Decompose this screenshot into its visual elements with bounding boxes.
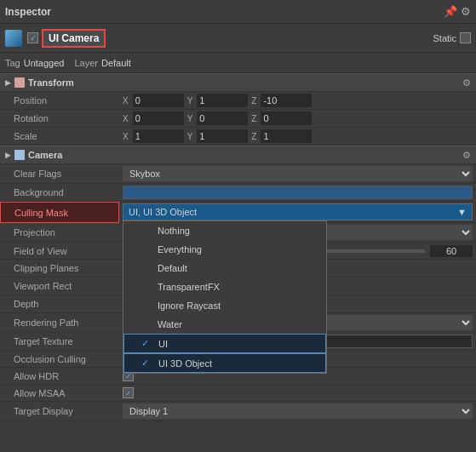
clear-flags-value: Skybox [119, 164, 476, 184]
culling-mask-label: Culling Mask [0, 202, 119, 223]
rz-label: Z [251, 114, 256, 123]
ui-label: UI [158, 339, 168, 349]
header-icons: 📌 ⚙ [444, 5, 471, 18]
dropdown-item-default[interactable]: Default [123, 259, 326, 277]
fov-number[interactable]: 60 [430, 245, 473, 257]
z-label: Z [251, 96, 256, 106]
object-header: UI Camera Static [0, 24, 476, 53]
transform-icon [14, 77, 25, 88]
depth-label: Depth [0, 295, 119, 313]
tag-value[interactable]: Untagged [24, 58, 65, 68]
tag-label: Tag [5, 58, 20, 68]
rot-x-input[interactable] [133, 112, 184, 125]
target-label: Target Texture [0, 333, 119, 351]
inspector-panel: Inspector 📌 ⚙ UI Camera Static Tag Untag… [0, 0, 476, 452]
camera-prop-grid: Clear Flags Skybox Background Culling Ma… [0, 164, 476, 421]
ry-label: Y [187, 114, 193, 123]
msaa-checkbox[interactable] [123, 387, 134, 398]
viewport-label: Viewport Rect [0, 277, 119, 295]
msaa-value [119, 385, 476, 402]
dropdown-item-nothing[interactable]: Nothing [123, 221, 326, 240]
sc-z-input[interactable] [261, 129, 312, 143]
msaa-label: Allow MSAA [0, 385, 119, 402]
dropdown-item-ui[interactable]: ✓ UI [123, 334, 326, 353]
object-name[interactable]: UI Camera [42, 29, 106, 48]
layer-label: Layer [74, 58, 98, 68]
dropdown-item-ui3d[interactable]: ✓ UI 3D Object [123, 353, 326, 373]
transform-props: Position X Y Z Rotation X Y Z Scale [0, 92, 476, 146]
transform-arrow[interactable]: ▶ [5, 78, 11, 87]
camera-settings[interactable]: ⚙ [462, 150, 471, 161]
camera-title: Camera [28, 150, 62, 160]
position-label: Position [0, 92, 119, 110]
sc-y-input[interactable] [197, 129, 248, 143]
check-ui3d: ✓ [141, 358, 155, 369]
inspector-title: Inspector [5, 6, 51, 18]
layer-value[interactable]: Default [101, 58, 131, 68]
dropdown-item-water[interactable]: Water [123, 315, 326, 334]
default-label: Default [158, 263, 187, 273]
dropdown-item-ignore[interactable]: Ignore Raycast [123, 296, 326, 315]
ui3d-label: UI 3D Object [158, 358, 212, 369]
display-label: Target Display [0, 402, 119, 421]
rot-y-input[interactable] [197, 112, 248, 125]
dropdown-item-everything[interactable]: Everything [123, 240, 326, 259]
transform-section-header: ▶ Transform ⚙ [0, 73, 476, 92]
background-label: Background [0, 184, 119, 202]
static-checkbox[interactable] [460, 32, 471, 43]
tag-layer-row: Tag Untagged Layer Default [0, 53, 476, 73]
culling-mask-menu: Nothing Everything Default Trans [123, 220, 327, 374]
nothing-label: Nothing [158, 226, 190, 236]
clipping-label: Clipping Planes [0, 260, 119, 277]
pos-y-input[interactable] [197, 94, 248, 107]
water-label: Water [158, 319, 182, 329]
fov-label: Field of View [0, 243, 119, 260]
rx-label: X [123, 114, 129, 123]
clear-flags-label: Clear Flags [0, 164, 119, 184]
transform-settings[interactable]: ⚙ [462, 77, 471, 89]
inspector-header: Inspector 📌 ⚙ [0, 0, 476, 24]
display-value: Display 1 [119, 402, 476, 421]
pin-icon[interactable]: 📌 [444, 5, 457, 18]
sz-label: Z [251, 132, 256, 141]
rot-z-input[interactable] [261, 112, 312, 125]
rendering-label: Rendering Path [0, 313, 119, 333]
camera-section-header: ▶ Camera ⚙ [0, 146, 476, 164]
y-label: Y [187, 96, 193, 106]
dropdown-item-transparent[interactable]: TransparentFX [123, 277, 326, 296]
transform-title: Transform [28, 77, 74, 88]
sy-label: Y [187, 132, 193, 141]
camera-props-wrap: UIとUI 3D Object のみチェック Clear Flags Skybo… [0, 164, 476, 421]
camera-arrow[interactable]: ▶ [5, 151, 11, 159]
dropdown-arrow-icon: ▼ [457, 207, 467, 217]
enable-checkbox[interactable] [27, 32, 38, 43]
culling-mask-value: UI, UI 3D Object ▼ Nothing Everything [119, 202, 476, 223]
background-value [119, 184, 476, 202]
check-ui: ✓ [141, 338, 155, 349]
x-label: X [123, 96, 129, 106]
culling-mask-text: UI, UI 3D Object [129, 207, 197, 217]
ignore-label: Ignore Raycast [158, 300, 221, 311]
clear-flags-select[interactable]: Skybox [123, 166, 473, 181]
sc-x-input[interactable] [133, 129, 184, 143]
scale-label: Scale [0, 128, 119, 146]
static-label: Static [433, 33, 456, 43]
rotation-label: Rotation [0, 110, 119, 128]
object-icon [5, 30, 22, 47]
culling-mask-dropdown[interactable]: UI, UI 3D Object ▼ Nothing Everything [123, 203, 473, 220]
transparent-label: TransparentFX [158, 282, 220, 292]
hdr-label: Allow HDR [0, 368, 119, 385]
rotation-value: X Y Z [119, 110, 476, 128]
position-value: X Y Z [119, 92, 476, 110]
pos-x-input[interactable] [133, 94, 184, 107]
display-select[interactable]: Display 1 [123, 403, 473, 419]
pos-z-input[interactable] [261, 94, 312, 107]
occlusion-label: Occlusion Culling [0, 351, 119, 368]
projection-label: Projection [0, 223, 119, 243]
culling-mask-selected[interactable]: UI, UI 3D Object ▼ [123, 203, 473, 220]
sx-label: X [123, 132, 129, 141]
settings-icon[interactable]: ⚙ [461, 5, 471, 18]
everything-label: Everything [158, 244, 202, 255]
camera-icon [14, 150, 25, 160]
scale-value: X Y Z [119, 128, 476, 146]
